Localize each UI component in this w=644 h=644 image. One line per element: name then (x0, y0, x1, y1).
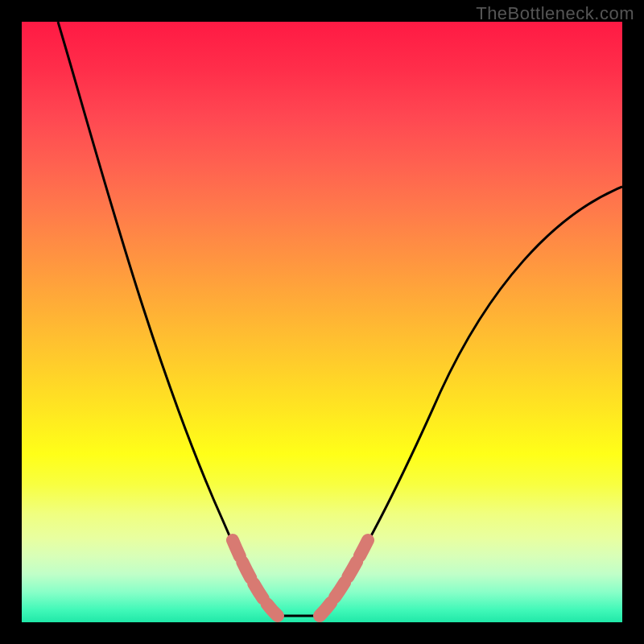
plot-area (22, 22, 622, 622)
chart-container: TheBottleneck.com (0, 0, 644, 644)
highlight-left (233, 540, 278, 616)
highlight-right (320, 540, 368, 616)
bottleneck-curve (58, 22, 622, 616)
curve-overlay (22, 22, 622, 622)
